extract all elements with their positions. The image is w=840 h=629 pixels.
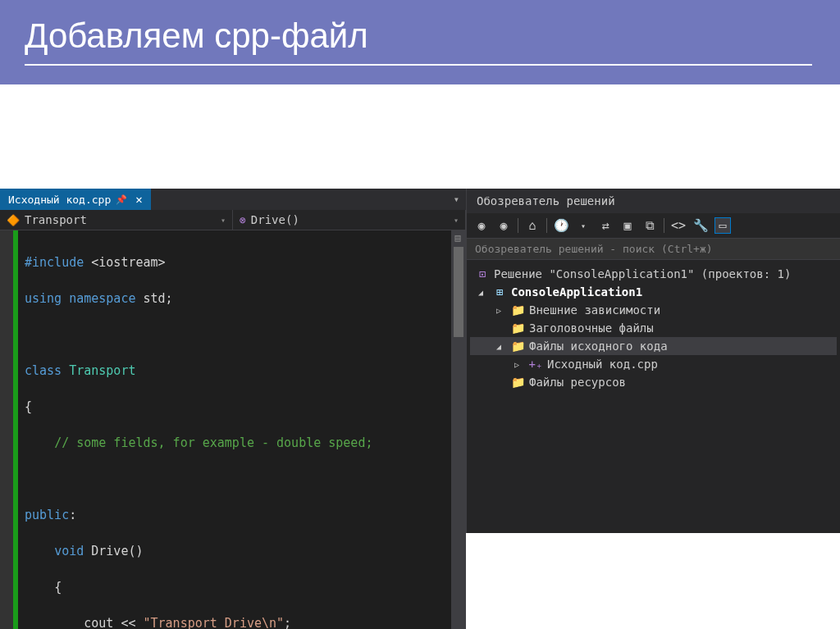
separator [664,218,664,233]
separator [518,218,518,233]
ide-window: Исходный код.cpp 📌 ✕ ▾ 🔶 Transport ▾ ⊗ D… [0,189,840,533]
tree-project[interactable]: ◢ ⊞ ConsoleApplication1 [470,283,837,301]
fold-icon[interactable]: ⊟ [18,362,19,380]
slide-title: Добавляем cpp-файл [25,16,815,56]
class-icon: 🔶 [7,214,20,226]
expand-icon[interactable]: ▷ [496,306,506,315]
code-area[interactable]: #include <iostream> using namespace std;… [0,230,466,629]
tree-resources[interactable]: 📁 Файлы ресурсов [470,373,837,391]
fold-icon[interactable]: ⊟ [18,542,19,560]
slide-divider [25,64,812,66]
nav-class-dropdown[interactable]: 🔶 Transport ▾ [0,210,233,230]
tree-label: Исходный код.cpp [547,358,658,371]
solution-tree: ⊡ Решение "ConsoleApplication1" (проекто… [467,260,840,396]
solution-explorer-search[interactable]: Обозреватель решений - поиск (Ctrl+ж) [467,239,840,260]
tree-label: Внешние зависимости [529,303,660,317]
history-icon[interactable]: 🕐 [553,217,569,234]
tree-source-file[interactable]: ▷ +₊ Исходный код.cpp [470,355,837,373]
solution-explorer-title: Обозреватель решений [467,189,840,213]
solution-explorer-toolbar: ◉ ◉ ⌂ 🕐 ▾ ⇄ ▣ ⧉ <> 🔧 ▭ [467,213,840,239]
forward-icon[interactable]: ◉ [495,217,512,234]
tab-label: Исходный код.cpp [8,194,111,206]
chevron-down-icon: ▾ [454,216,459,225]
code-body[interactable]: #include <iostream> using namespace std;… [18,230,451,629]
nav-method-label: Drive() [251,213,299,226]
vertical-scrollbar[interactable]: ▤ [451,230,466,629]
home-icon[interactable]: ⌂ [524,217,541,234]
expand-icon[interactable]: ▷ [514,360,524,369]
tab-strip: Исходный код.cpp 📌 ✕ ▾ [0,189,466,210]
tab-dropdown-icon[interactable]: ▾ [447,194,466,205]
tree-sources[interactable]: ◢ 📁 Файлы исходного кода [470,337,837,355]
split-icon[interactable]: ▤ [451,232,464,244]
sync-icon[interactable]: ⇄ [597,217,614,234]
navigation-bar: 🔶 Transport ▾ ⊗ Drive() ▾ [0,210,466,230]
preview-icon[interactable]: ▭ [714,217,731,234]
folder-icon: 📁 [510,321,525,335]
properties-icon[interactable]: 🔧 [692,217,709,234]
separator [546,218,547,233]
tree-label: Файлы ресурсов [529,376,626,389]
collapse-icon[interactable]: ⧉ [641,217,658,234]
pin-icon[interactable]: 📌 [116,194,127,205]
folder-icon: 📁 [510,340,525,353]
show-all-icon[interactable]: ▣ [619,217,636,234]
chevron-down-icon: ▾ [221,216,226,225]
tree-label: Решение "ConsoleApplication1" (проектов:… [494,267,791,280]
folder-icon: 📁 [510,376,525,389]
nav-method-dropdown[interactable]: ⊗ Drive() ▾ [233,210,466,230]
tree-headers[interactable]: 📁 Заголовочные файлы [470,319,837,337]
editor-tab-active[interactable]: Исходный код.cpp 📌 ✕ [0,189,151,210]
nav-class-label: Transport [25,213,87,226]
tree-external-deps[interactable]: ▷ 📁 Внешние зависимости [470,301,837,319]
method-icon: ⊗ [240,214,246,226]
tree-label: Файлы исходного кода [529,340,668,353]
cpp-file-icon: +₊ [528,358,543,371]
slide-header: Добавляем cpp-файл [0,0,840,84]
project-icon: ⊞ [492,285,507,299]
outline-margin[interactable] [0,230,13,629]
folder-icon: 📁 [510,303,525,317]
tree-label: Заголовочные файлы [529,321,654,335]
editor-pane: Исходный код.cpp 📌 ✕ ▾ 🔶 Transport ▾ ⊗ D… [0,189,466,533]
scrollbar-thumb[interactable] [454,247,463,337]
expand-icon[interactable]: ◢ [496,342,506,351]
solution-explorer-pane: Обозреватель решений ◉ ◉ ⌂ 🕐 ▾ ⇄ ▣ ⧉ <> … [466,189,840,533]
code-icon[interactable]: <> [670,217,687,234]
back-icon[interactable]: ◉ [473,217,490,234]
solution-icon: ⊡ [475,267,490,280]
close-icon[interactable]: ✕ [135,193,142,206]
tree-label: ConsoleApplication1 [511,285,642,299]
dropdown-icon[interactable]: ▾ [575,217,591,234]
tree-solution[interactable]: ⊡ Решение "ConsoleApplication1" (проекто… [470,265,837,283]
expand-icon[interactable]: ◢ [478,288,488,297]
